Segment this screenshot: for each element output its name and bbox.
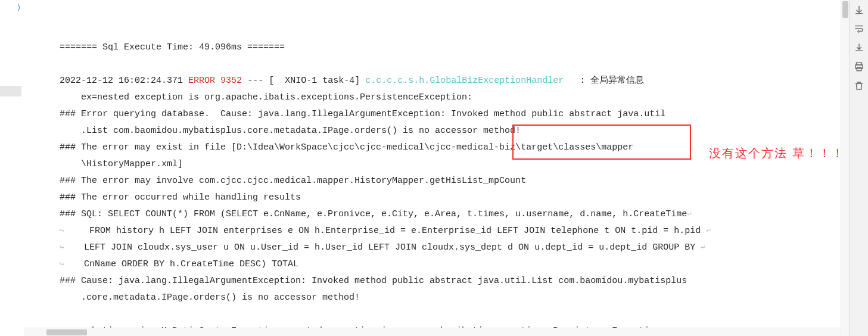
wrap-icon: ↩ — [701, 243, 705, 252]
download-icon — [854, 42, 864, 53]
log-line-7a: ### SQL: SELECT COUNT(*) FROM (SELECT e.… — [60, 209, 692, 219]
collapse-nav-icon[interactable]: ⟩ — [17, 2, 24, 13]
log-line-7d: ↪ CnName ORDER BY h.CreateTime DESC) TOT… — [60, 259, 298, 269]
wrap-icon: ↪ — [60, 223, 68, 239]
log-blank-1 — [60, 59, 65, 69]
log-colon: : — [564, 76, 590, 86]
log-thread: [ XNIO-1 task-4] — [269, 76, 360, 86]
left-gutter: ⟩ — [0, 0, 24, 336]
vertical-scrollbar[interactable] — [841, 0, 849, 336]
scroll-to-end-button[interactable] — [853, 4, 865, 15]
arrow-down-icon — [854, 4, 864, 15]
log-text-7b: FROM history h LEFT JOIN enterprises e O… — [68, 226, 706, 236]
log-text-7d: CnName ORDER BY h.CreateTime DESC) TOTAL — [68, 259, 298, 269]
vertical-scrollbar-thumb[interactable] — [842, 1, 848, 18]
log-blank-2 — [60, 309, 65, 319]
log-level: ERROR — [188, 76, 215, 86]
log-line-7b: ↪ FROM history h LEFT JOIN enterprises e… — [60, 226, 711, 236]
annotation-text: 没有这个方法 草！！！ — [709, 145, 841, 161]
log-content: ======= Sql Execute Time: 49.096ms =====… — [60, 23, 822, 336]
log-line-7c: ↪ LEFT JOIN cloudx.sys_user u ON u.User_… — [60, 242, 705, 253]
horizontal-scrollbar[interactable] — [24, 328, 841, 336]
wrap-icon: ↩ — [706, 226, 711, 235]
log-dash: --- — [247, 76, 263, 86]
log-text-7a: ### SQL: SELECT COUNT(*) FROM (SELECT e.… — [60, 209, 687, 219]
log-line-ex: ex=nested exception is org.apache.ibatis… — [60, 92, 472, 102]
print-button[interactable] — [853, 61, 865, 73]
log-line-3b: .List com.baomidou.mybatisplus.core.meta… — [60, 126, 521, 136]
horizontal-scrollbar-thumb[interactable] — [46, 329, 87, 335]
log-line-8b: .core.metadata.IPage.orders() is no acce… — [60, 293, 360, 303]
wrap-icon — [854, 23, 864, 34]
log-timestamp: 2022-12-12 16:02:24.371 — [60, 76, 183, 86]
wrap-icon: ↩ — [687, 210, 692, 219]
log-text-7c: LEFT JOIN cloudx.sys_user u ON u.User_id… — [68, 242, 701, 253]
log-line-5: ### The error may involve com.cjcc.cjcc.… — [60, 176, 526, 186]
print-icon — [854, 61, 864, 72]
log-line-sql-time: ======= Sql Execute Time: 49.096ms =====… — [60, 42, 285, 52]
log-line-6: ### The error occurred while handling re… — [60, 192, 301, 203]
log-logger: c.c.c.c.s.h.GlobalBizExceptionHandler — [365, 76, 564, 86]
log-pid: 9352 — [220, 76, 242, 86]
download-button[interactable] — [853, 42, 865, 54]
trash-icon — [854, 80, 864, 91]
wrap-icon: ↪ — [60, 239, 68, 256]
log-line-3: ### Error querying database. Cause: java… — [60, 109, 665, 119]
log-line-4: ### The error may exist in file [D:\Idea… — [60, 142, 633, 153]
soft-wrap-button[interactable] — [853, 23, 865, 35]
log-line-8: ### Cause: java.lang.IllegalArgumentExce… — [60, 276, 687, 286]
console-log-area[interactable]: ======= Sql Execute Time: 49.096ms =====… — [24, 0, 841, 336]
left-selection-band — [0, 86, 21, 97]
log-line-4b: \HistoryMapper.xml] — [60, 159, 183, 169]
log-msg-head: 全局异常信息 — [590, 76, 644, 86]
wrap-icon: ↪ — [60, 256, 68, 273]
clear-button[interactable] — [853, 80, 865, 92]
log-line-head: 2022-12-12 16:02:24.371 ERROR 9352 --- [… — [60, 76, 644, 86]
console-toolbar — [849, 0, 868, 336]
